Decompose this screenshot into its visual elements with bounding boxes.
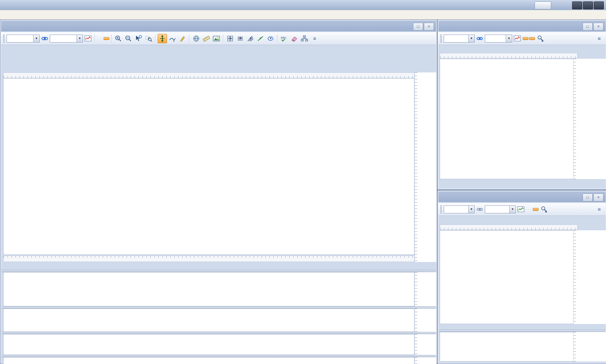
main-bottom-ruler[interactable]	[3, 256, 414, 262]
title-bar[interactable]	[0, 0, 606, 10]
toolbar-grip[interactable]	[3, 35, 5, 43]
renko-toolbar: ▼ ▼ ▼ ▼ ≡	[438, 203, 606, 216]
window-controls	[572, 1, 604, 9]
main-maximize-button[interactable]: □	[413, 23, 423, 31]
main-chart-window: □ × ▼ ▼ ▼ ▼ ▼ ▼ ▼	[0, 19, 437, 364]
link-icon[interactable]: ▼	[475, 34, 484, 43]
minimize-button[interactable]	[572, 1, 582, 9]
svg-text:ABC: ABC	[281, 36, 287, 39]
menu-bar	[0, 10, 606, 20]
trendline-tool-icon[interactable]: ▼	[256, 34, 265, 43]
chart-type-icon[interactable]: ▼	[83, 34, 93, 43]
chevron-down-icon: ▼	[506, 35, 512, 42]
crosshair-tool-icon[interactable]	[158, 34, 167, 43]
marker-tool-icon[interactable]	[178, 34, 187, 43]
rlw14-scale[interactable]	[414, 308, 436, 332]
volume-scale[interactable]	[414, 357, 436, 364]
tick-toolbar: ▼ ▼ ▼ ▼ ≡	[438, 32, 606, 45]
toolbar-menu-icon[interactable]: ≡	[594, 205, 604, 214]
tick-symbol-combo[interactable]: ▼	[444, 35, 475, 43]
grid-tool-icon[interactable]: ▼	[225, 34, 235, 43]
zoom-pointer-icon[interactable]	[536, 34, 545, 43]
chevron-down-icon: ▼	[468, 35, 474, 42]
tick-price-scale[interactable]	[573, 59, 606, 179]
zoom-pointer-icon[interactable]	[134, 34, 143, 43]
tick-tab-strip	[438, 21, 606, 31]
freehand-tool-icon[interactable]	[168, 34, 177, 43]
zoom-box-icon[interactable]: ▼	[144, 34, 153, 43]
tick-close-button[interactable]: ×	[593, 23, 603, 31]
spellcheck-icon[interactable]: ABC	[280, 34, 289, 43]
tick-top-ruler[interactable]	[440, 53, 578, 58]
restore-layout-button[interactable]	[535, 1, 551, 9]
cmo-scale[interactable]	[414, 272, 436, 306]
main-plot-canvas[interactable]	[3, 78, 414, 255]
renko-chart-window: □ × ▼ ▼ ▼ ▼ ≡	[437, 190, 606, 364]
zoom-pointer-icon[interactable]	[539, 205, 549, 214]
globe-icon[interactable]	[192, 34, 201, 43]
chart-type-icon[interactable]: ▼	[516, 205, 526, 214]
ask-button[interactable]	[104, 37, 109, 40]
tick-maximize-button[interactable]: □	[583, 23, 593, 31]
main-window-controls: □ ×	[413, 23, 434, 30]
main-top-ruler[interactable]	[3, 72, 414, 78]
renko-bid-button[interactable]	[526, 208, 532, 211]
rlw42-scale[interactable]	[414, 334, 436, 355]
maximize-button[interactable]	[583, 1, 593, 9]
chart-type-icon[interactable]: ▼	[513, 34, 522, 43]
chevron-down-icon: ▼	[509, 206, 515, 213]
toolbar-grip[interactable]	[440, 205, 442, 213]
chevron-down-icon: ▼	[76, 35, 83, 42]
renko-period-combo[interactable]: ▼	[485, 205, 516, 213]
zoom-out-icon[interactable]	[124, 34, 133, 43]
link-icon[interactable]: ▼	[40, 34, 49, 43]
workspace-icon[interactable]	[300, 34, 309, 43]
main-toolbar: ▼ ▼ ▼ ▼ ▼ ▼ ▼ ▼ ▼ ▼ A	[1, 32, 436, 45]
chevron-down-icon: ▼	[468, 206, 474, 213]
tick-chart-window: □ × ▼ ▼ ▼ ▼ ≡	[437, 19, 606, 190]
renko-symbol-combo[interactable]: ▼	[444, 205, 475, 213]
renko-ask-button[interactable]	[533, 208, 539, 211]
main-tab-strip	[1, 21, 436, 31]
ellipse-tool-icon[interactable]: ▼	[266, 34, 275, 43]
hlines-tool-icon[interactable]: ▼	[236, 34, 245, 43]
symbol-combo[interactable]: ▼	[6, 35, 40, 43]
main-close-button[interactable]: ×	[424, 23, 434, 31]
bid-button[interactable]	[97, 37, 103, 40]
eraser-icon[interactable]	[290, 34, 299, 43]
toolbar-menu-icon[interactable]: ≡	[594, 34, 604, 43]
period-combo[interactable]: ▼	[50, 35, 83, 43]
tick-ask-button[interactable]	[529, 37, 535, 40]
zoom-in-icon[interactable]	[114, 34, 123, 43]
pitchfork-tool-icon[interactable]: ▼	[246, 34, 255, 43]
close-button[interactable]	[594, 1, 604, 9]
tick-period-combo[interactable]: ▼	[485, 35, 512, 43]
macd-scale[interactable]	[573, 332, 606, 361]
main-price-scale[interactable]	[414, 72, 436, 262]
image-icon[interactable]	[212, 34, 221, 43]
tick-bid-button[interactable]	[523, 37, 528, 40]
ruler-icon[interactable]	[202, 34, 211, 43]
renko-close-button[interactable]: ×	[593, 194, 603, 201]
renko-maximize-button[interactable]: □	[583, 194, 593, 201]
toolbar-menu-icon[interactable]: ≡	[310, 34, 319, 43]
renko-top-ruler[interactable]	[440, 225, 578, 230]
renko-tab-strip	[438, 191, 606, 202]
renko-price-scale[interactable]	[573, 230, 606, 324]
toolbar-grip[interactable]	[440, 35, 442, 43]
link-icon[interactable]: ▼	[475, 205, 484, 214]
marketscope-app: □ × ▼ ▼ ▼ ▼ ▼ ▼ ▼	[0, 0, 606, 364]
chevron-down-icon: ▼	[33, 35, 39, 42]
